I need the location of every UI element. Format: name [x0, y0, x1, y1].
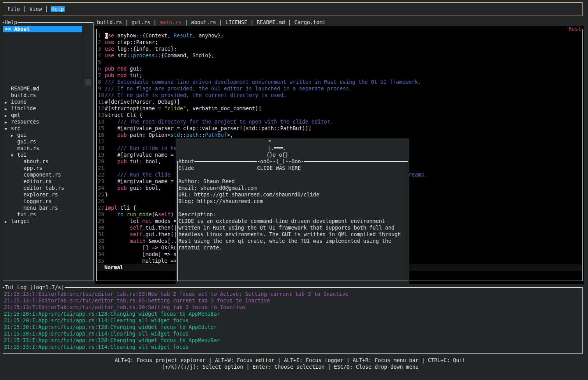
menu-item-view[interactable]: View — [29, 6, 42, 12]
menu-item-file[interactable]: File — [7, 6, 20, 12]
line-number: 14 — [98, 118, 104, 125]
log-entry-6: 21:15:30:I:App:src/tui/app.rs:128:Changi… — [4, 324, 349, 331]
code-line-11[interactable]: 11#[derive(Parser, Debug)] — [105, 99, 427, 105]
tree-item-target[interactable]: ▶target — [2, 218, 92, 224]
tree-item-editor-tab-rs[interactable]: editor_tab.rs — [2, 185, 92, 191]
tab-separator: | — [122, 19, 131, 25]
about-dialog-frame — [177, 161, 408, 281]
line-number: 3 — [98, 46, 101, 52]
tree-item-build-rs[interactable]: build.rs — [2, 92, 92, 99]
tree-item-resources[interactable]: ▶resources — [2, 118, 92, 125]
editor-tab-bar: build.rs | gui.rs | main.rs | about.rs |… — [97, 19, 326, 26]
line-number: 27 — [98, 205, 104, 211]
tree-item-tui[interactable]: ▼tui — [2, 152, 92, 158]
log-entry-4: 21:15:20:I:App:src/tui/app.rs:128:Changi… — [4, 311, 349, 317]
code-line-8[interactable]: 8/// Extendable command-line driven deve… — [105, 79, 427, 85]
line-number: 19 — [98, 152, 104, 158]
tab-about-rs[interactable]: about.rs — [191, 19, 216, 25]
help-item-about[interactable]: >> About — [5, 26, 30, 32]
tab-build-rs[interactable]: build.rs — [97, 19, 122, 25]
line-number: 12 — [98, 105, 104, 112]
line-number: 23 — [98, 178, 104, 185]
tab-readme-md[interactable]: README.md — [257, 19, 285, 25]
code-line-6[interactable]: 6pub mod gui; — [105, 65, 427, 72]
tree-item-about-rs[interactable]: about.rs — [2, 158, 92, 165]
tree-item-logger-rs[interactable]: logger.rs — [2, 198, 92, 205]
line-number: 9 — [98, 85, 101, 92]
tab-license[interactable]: LICENSE — [225, 19, 247, 25]
ascii-art-line2: |.===. — [268, 145, 286, 152]
tree-item-tui-rs[interactable]: tui.rs — [2, 211, 92, 218]
tab-separator: | — [181, 19, 191, 25]
code-line-7[interactable]: 7pub mod tui; — [105, 72, 427, 79]
tree-item-explorer-rs[interactable]: explorer.rs — [2, 191, 92, 198]
tab-separator: | — [285, 19, 294, 25]
menu-item-help[interactable]: Help — [51, 6, 65, 12]
line-number: 10 — [98, 92, 104, 99]
tree-item-label: editor_tab.rs — [23, 185, 64, 191]
menu-separator: │ — [42, 6, 51, 12]
log-entry-3: 21:15:13:T:EditorTab:src/tui/editor_tab.… — [4, 304, 349, 311]
tree-item-label: menu_bar.rs — [23, 205, 58, 211]
tab-separator: | — [216, 19, 225, 25]
tree-item-gui-rs[interactable]: gui.rs — [2, 138, 92, 145]
log-entries: 21:15:13:T:EditorTab:src/tui/editor_tab.… — [4, 291, 349, 350]
tree-item-app-rs[interactable]: app.rs — [2, 165, 92, 171]
line-number: 11 — [98, 99, 104, 105]
chevron-right-icon: ▶ — [5, 119, 11, 125]
code-line-13[interactable]: 13struct Cli { — [105, 112, 427, 118]
code-line-3[interactable]: 3use log::{info, trace}; — [105, 46, 427, 52]
line-number: 30 — [98, 224, 104, 231]
line-number: 32 — [98, 238, 104, 244]
tree-item-label: target — [11, 218, 30, 224]
tab-cargo-toml[interactable]: Cargo.toml — [294, 19, 326, 25]
tree-item-icons[interactable]: ▶icons — [2, 99, 92, 105]
tree-item-gui[interactable]: ▶gui — [2, 132, 92, 138]
tree-item-menu-bar-rs[interactable]: menu_bar.rs — [2, 205, 92, 211]
tree-item-label: main.rs — [17, 145, 39, 151]
ascii-art-line4: -ooO--(_)--Ooo- — [257, 158, 304, 165]
line-number: 26 — [98, 198, 104, 205]
code-line-15[interactable]: 15 #[arg(value_parser = clap::value_pars… — [105, 125, 427, 132]
tree-item-label: tui.rs — [17, 212, 36, 217]
language-badge: Rust — [568, 26, 582, 32]
cursor: u — [105, 33, 108, 39]
menu-bar — [3, 2, 583, 16]
log-entry-5: 21:15:20:I:App:src/tui/app.rs:114:Cleari… — [4, 317, 349, 324]
line-number: 2 — [98, 39, 101, 46]
chevron-right-icon: ▶ — [5, 112, 11, 119]
tree-item-libclide[interactable]: ▶libclide — [2, 105, 92, 112]
log-entry-8: 21:15:33:I:App:src/tui/app.rs:128:Changi… — [4, 337, 349, 344]
explorer-scrollbar-thumb[interactable] — [85, 79, 91, 85]
tree-item-label: libclide — [11, 106, 36, 111]
tree-item-editor-rs[interactable]: editor.rs — [2, 178, 92, 185]
code-line-14[interactable]: 14 /// The root directory for the projec… — [105, 118, 427, 125]
code-line-2[interactable]: 2use clap::Parser; — [105, 39, 427, 46]
tree-item-readme-md[interactable]: README.md — [2, 85, 92, 92]
help-dropdown-title: Help — [4, 19, 18, 26]
tree-item-label: logger.rs — [23, 198, 51, 204]
code-line-5[interactable]: 5 — [105, 59, 427, 65]
line-number: 4 — [98, 52, 101, 59]
line-number: 7 — [98, 72, 101, 79]
tab-main-rs[interactable]: main.rs — [160, 19, 181, 25]
tree-item-main-rs[interactable]: main.rs — [2, 145, 92, 152]
tree-item-label: resources — [11, 119, 39, 125]
tree-item-label: editor.rs — [23, 179, 51, 184]
chevron-right-icon: ▶ — [5, 218, 11, 225]
code-line-4[interactable]: 4use std::process::{Command, Stdio}; — [105, 52, 427, 59]
tree-item-component-rs[interactable]: component.rs — [2, 171, 92, 178]
tab-gui-rs[interactable]: gui.rs — [132, 19, 150, 25]
line-number: 16 — [98, 132, 104, 138]
tree-item-src[interactable]: ▼src — [2, 125, 92, 132]
tree-item-qml[interactable]: ▶qml — [2, 112, 92, 118]
line-number: 13 — [98, 112, 104, 118]
code-line-1[interactable]: 1use anyhow::{Context, Result, anyhow}; — [105, 32, 427, 39]
code-line-12[interactable]: 12#[structopt(name = "clide", verbatim_d… — [105, 105, 427, 112]
code-line-9[interactable]: 9/// If no flags are provided, the GUI e… — [105, 85, 427, 92]
tree-item-label: gui — [17, 132, 26, 138]
tree-item-label: gui.rs — [17, 139, 36, 145]
code-line-10[interactable]: 10/// If no path is provided, the curren… — [105, 92, 427, 99]
code-line-16[interactable]: 16 pub path: Option<std::path::PathBuf>, — [105, 132, 427, 138]
ascii-art-line3: {}o o{} — [266, 152, 288, 158]
